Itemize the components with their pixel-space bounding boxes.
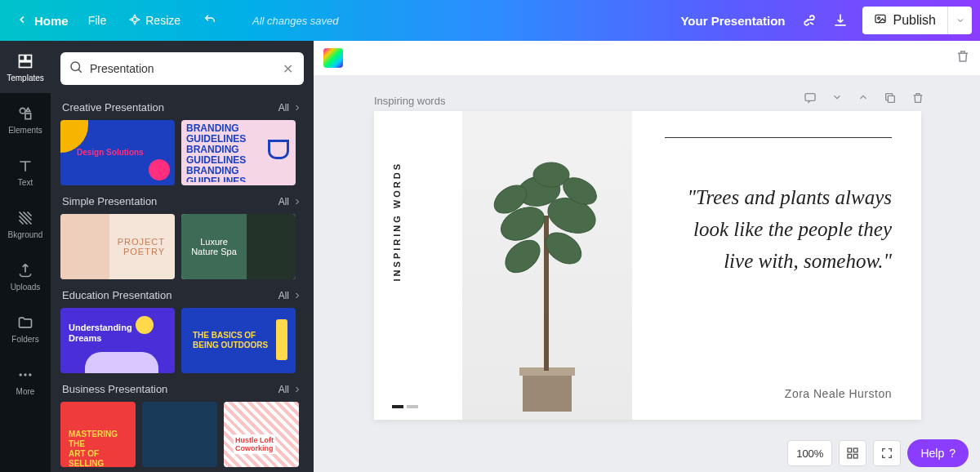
slide-author[interactable]: Zora Neale Hurston [665,363,892,400]
share-button[interactable] [795,7,823,34]
page-title[interactable]: Inspiring words [374,95,445,107]
rail-label: Bkground [8,230,43,239]
canvas-toolbar [314,41,980,75]
rail-folders[interactable]: Folders [0,302,51,354]
template-thumb[interactable]: LuxureNature Spa [181,214,296,279]
slide-canvas[interactable]: INSPIRING WORDS [374,111,921,420]
top-bar: Home File Resize All changes saved Your … [0,0,980,41]
chevron-left-icon [16,14,28,28]
resize-menu[interactable]: Resize [118,9,192,33]
svg-point-7 [20,373,22,376]
rail-label: Uploads [11,283,41,292]
svg-point-20 [499,234,546,278]
bottom-bar: 100% Help? [314,434,980,472]
slide-vertical-label[interactable]: INSPIRING WORDS [392,162,402,281]
zoom-control[interactable]: 100% [787,440,832,466]
chevron-down-icon[interactable] [831,91,843,108]
template-thumb[interactable]: UnderstandingDreams [60,308,175,373]
comment-icon[interactable] [804,91,817,108]
svg-rect-11 [805,94,815,101]
template-thumb[interactable] [142,402,217,467]
svg-point-8 [24,373,26,376]
svg-rect-24 [848,448,852,452]
page-tools [804,91,924,108]
publish-dropdown[interactable] [947,7,972,34]
elements-icon [16,105,34,122]
search-icon [69,60,83,78]
svg-point-1 [877,17,880,20]
slide-image[interactable] [462,111,632,420]
rail-templates[interactable]: Templates [0,41,51,93]
home-label: Home [34,14,69,28]
text-icon [16,157,34,175]
rail-label: Elements [8,126,42,135]
svg-point-9 [29,373,31,376]
svg-rect-4 [20,61,32,67]
help-button[interactable]: Help? [907,439,969,467]
rail-label: More [16,387,35,396]
template-thumb[interactable]: MASTERING THEART OF SELLING [60,402,136,467]
category-title: Simple Presentation [62,195,157,207]
svg-rect-27 [854,454,858,458]
canvas-area: Inspiring words INSPIRING WORDS [314,41,980,472]
color-picker[interactable] [323,48,343,68]
svg-rect-12 [888,96,894,102]
svg-rect-26 [848,454,852,458]
clear-search-icon[interactable]: ✕ [279,61,296,77]
rail-label: Text [18,178,33,187]
svg-rect-13 [523,371,572,412]
rail-text[interactable]: Text [0,145,51,198]
download-button[interactable] [826,7,854,34]
slide-quote[interactable]: "Trees and plants always look like the p… [665,182,892,277]
rail-label: Templates [7,73,44,82]
template-thumb[interactable]: THE BASICS OFBEING OUTDOORS [181,308,296,373]
chevron-up-icon[interactable] [858,91,869,108]
templates-panel: ✕ Creative Presentation All Design Solut… [51,41,314,472]
fullscreen-button[interactable] [873,440,901,466]
left-rail: Templates Elements Text Bkground Uploads… [0,41,51,472]
category-all-link[interactable]: All [278,384,302,395]
delete-page-icon[interactable] [911,91,924,108]
svg-rect-3 [26,55,32,60]
delete-button[interactable] [956,49,970,67]
rail-uploads[interactable]: Uploads [0,250,51,302]
slide-rule[interactable] [665,137,892,138]
svg-rect-6 [25,114,31,119]
category-all-link[interactable]: All [278,290,302,301]
publish-button[interactable]: Publish [862,12,947,29]
background-icon [16,209,34,227]
category-title: Education Presentation [62,289,172,301]
search-input[interactable] [90,62,273,75]
publish-icon [874,12,887,29]
category-all-link[interactable]: All [278,102,302,114]
grid-view-button[interactable] [839,440,866,466]
template-thumb[interactable]: Design Solutions [60,120,175,185]
svg-rect-25 [854,448,858,452]
more-icon [16,366,34,384]
uploads-icon [16,261,34,279]
rail-elements[interactable]: Elements [0,93,51,145]
category-title: Creative Presentation [62,101,164,114]
template-thumb[interactable]: Hustle LoftCoworking [224,402,299,467]
rail-more[interactable]: More [0,354,51,407]
templates-icon [16,52,34,70]
file-menu[interactable]: File [77,9,118,32]
home-button[interactable]: Home [8,9,77,33]
undo-button[interactable] [192,8,228,33]
svg-point-10 [71,62,80,71]
template-thumb[interactable]: PROJECTPOETRY [60,214,175,279]
help-icon: ? [949,447,956,460]
svg-point-5 [20,108,25,114]
template-search: ✕ [60,52,304,85]
svg-rect-2 [20,55,25,60]
publish-label: Publish [893,13,936,28]
category-all-link[interactable]: All [278,196,302,207]
save-status: All changes saved [252,15,339,27]
publish-button-group: Publish [862,7,972,34]
slide-page-marks [392,405,418,408]
duplicate-icon[interactable] [884,91,897,108]
rail-label: Folders [11,335,38,344]
template-thumb[interactable]: BRANDING GUIDELINES BRANDING GUIDELINES … [181,120,296,185]
rail-background[interactable]: Bkground [0,198,51,250]
document-name[interactable]: Your Presentation [680,14,785,28]
